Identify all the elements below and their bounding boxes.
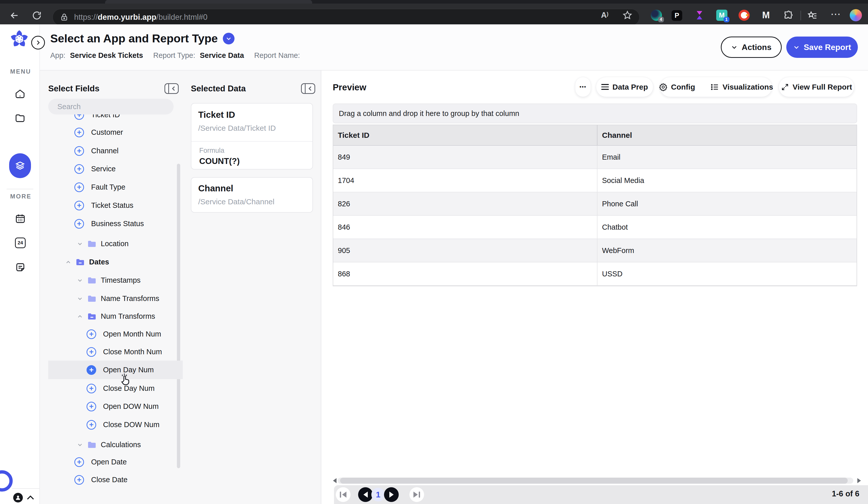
tree-item-open-date[interactable]: + Open Date [48, 453, 183, 471]
next-page-button[interactable] [384, 487, 399, 502]
scroll-right-arrow[interactable] [857, 478, 861, 483]
config-button[interactable]: Config [656, 83, 703, 91]
folder-open-icon [76, 258, 85, 266]
collapse-fields-panel-button[interactable] [164, 83, 179, 94]
table-row[interactable]: 1704 Social Media [333, 169, 857, 192]
title-chevron-button[interactable] [223, 33, 235, 44]
horizontal-scrollbar-thumb[interactable] [340, 477, 848, 484]
visualizations-button[interactable]: Visualizations [703, 83, 776, 91]
add-field-icon[interactable]: + [74, 183, 84, 192]
refresh-icon[interactable] [31, 10, 42, 21]
add-field-icon[interactable]: + [86, 329, 96, 339]
url-bar[interactable]: https://demo.yurbi.app/builder.html#0 [53, 9, 640, 25]
preview-table: Ticket ID Channel 849 Email 1704 Social … [333, 125, 857, 286]
sidebar-bottom-divider [10, 488, 40, 489]
sidebar-expand-button[interactable] [31, 36, 45, 50]
tree-folder-timestamps[interactable]: Timestamps [48, 271, 183, 290]
tree-item-ticket-status[interactable]: + Ticket Status [48, 196, 183, 215]
sidebar-item-builder-active[interactable] [9, 153, 31, 178]
tree-folder-name-transforms[interactable]: Name Transforms [48, 289, 183, 308]
tree-folder-calculations[interactable]: Calculations [48, 435, 183, 454]
selected-data-card-ticket-id[interactable]: Ticket ID /Service Data/Ticket ID Formul… [191, 103, 313, 169]
formula-value[interactable]: COUNT(?) [199, 156, 240, 166]
back-icon[interactable] [9, 10, 20, 21]
tree-folder-num-transforms[interactable]: Num Transforms [48, 307, 183, 326]
previous-page-button[interactable] [358, 487, 373, 502]
document-icon[interactable] [15, 262, 25, 272]
collections-icon[interactable] [807, 10, 818, 21]
calendar-icon[interactable] [15, 213, 25, 224]
add-field-icon[interactable]: + [86, 347, 96, 357]
copilot-icon[interactable] [850, 9, 862, 21]
extension-p-icon[interactable]: P [672, 10, 682, 21]
last-page-button[interactable] [410, 487, 424, 502]
tree-item-open-day-num[interactable]: + Open Day Num [48, 361, 183, 379]
groupby-dropzone[interactable]: Drag a column and drop it here to group … [333, 104, 857, 123]
preview-more-button[interactable]: ••• [575, 77, 591, 97]
tree-folder-dates[interactable]: Dates [48, 253, 183, 271]
selected-data-card-channel[interactable]: Channel /Service Data/Channel [191, 177, 313, 213]
save-report-button[interactable]: Save Report [786, 37, 858, 58]
tree-item-open-dow-num[interactable]: + Open DOW Num [48, 397, 183, 416]
search-box[interactable] [48, 99, 174, 114]
view-full-report-button[interactable]: View Full Report [779, 77, 854, 97]
extension-malwarebytes-icon[interactable]: M [761, 10, 772, 21]
browser-active-tab[interactable] [105, 0, 312, 3]
user-avatar[interactable] [13, 493, 23, 503]
column-header-ticket-id[interactable]: Ticket ID [333, 125, 598, 145]
add-field-icon[interactable]: + [74, 128, 84, 137]
search-input[interactable] [57, 102, 154, 111]
tree-item-fault-type[interactable]: + Fault Type [48, 178, 183, 196]
tree-item-close-month-num[interactable]: + Close Month Num [48, 342, 183, 361]
add-field-icon[interactable]: + [74, 219, 84, 229]
page-title: Select an App and Report Type [50, 32, 218, 45]
data-prep-button[interactable]: Data Prep [596, 77, 653, 97]
config-visualizations-group: Config Visualizations [660, 77, 772, 97]
first-page-button[interactable] [336, 487, 351, 502]
scroll-left-arrow[interactable] [333, 478, 337, 483]
add-field-icon-active[interactable]: + [86, 365, 96, 375]
tree-item-close-date[interactable]: + Close Date [48, 471, 183, 489]
yurbi-logo[interactable] [10, 29, 29, 49]
add-field-icon[interactable]: + [86, 420, 96, 430]
table-row[interactable]: 849 Email [333, 146, 857, 169]
reader-mode-icon[interactable]: A) [601, 11, 608, 20]
extension-duckduckgo-icon[interactable] [738, 10, 750, 21]
table-row[interactable]: 905 WebForm [333, 239, 857, 263]
tree-item-close-day-num[interactable]: + Close Day Num [48, 379, 183, 398]
extensions-puzzle-icon[interactable] [783, 10, 794, 21]
collapse-user-menu-icon[interactable] [26, 494, 35, 502]
add-field-icon[interactable]: + [86, 402, 96, 411]
actions-button[interactable]: Actions [721, 37, 782, 58]
add-field-icon[interactable]: + [74, 146, 84, 156]
table-row[interactable]: 868 USSD [333, 263, 857, 286]
extension-monday-icon[interactable]: M 1 [716, 10, 727, 21]
extension-hourglass-icon[interactable] [694, 10, 705, 21]
extension-arc-icon[interactable]: 4 [651, 10, 662, 21]
collapse-selected-panel-button[interactable] [301, 83, 315, 94]
layers-icon [14, 160, 25, 171]
tree-item-service[interactable]: + Service [48, 160, 183, 178]
column-header-channel[interactable]: Channel [598, 125, 857, 145]
tree-item-channel[interactable]: + Channel [48, 142, 183, 160]
table-row[interactable]: 826 Phone Call [333, 192, 857, 216]
current-page-button[interactable]: 1 [371, 488, 385, 502]
tree-item-business-status[interactable]: + Business Status [48, 214, 183, 233]
add-field-icon[interactable]: + [86, 384, 96, 393]
browser-menu-icon[interactable]: ⋯ [830, 8, 841, 20]
24-hours-icon[interactable]: 24 [15, 238, 25, 248]
add-field-icon[interactable]: + [74, 457, 84, 467]
add-field-icon[interactable]: + [74, 475, 84, 485]
tree-item-close-dow-num[interactable]: + Close DOW Num [48, 415, 183, 434]
tree-folder-location[interactable]: Location [48, 235, 183, 253]
home-icon[interactable] [15, 88, 25, 99]
tree-item-customer[interactable]: + Customer [48, 123, 183, 142]
table-row[interactable]: 846 Chatbot [333, 216, 857, 239]
favorite-star-icon[interactable] [622, 10, 632, 20]
lock-icon [60, 13, 69, 22]
add-field-icon[interactable]: + [74, 201, 84, 210]
tree-item-open-month-num[interactable]: + Open Month Num [48, 325, 183, 343]
report-name-label: Report Name: [254, 51, 300, 60]
folder-icon[interactable] [15, 113, 25, 123]
add-field-icon[interactable]: + [74, 164, 84, 174]
